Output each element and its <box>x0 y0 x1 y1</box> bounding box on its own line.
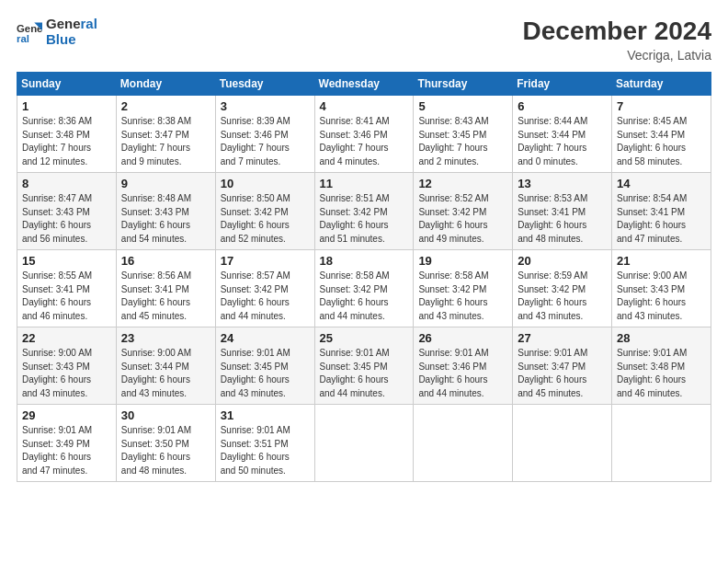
day-number: 18 <box>320 254 409 268</box>
day-number: 25 <box>320 331 409 345</box>
calendar-cell: 19Sunrise: 8:58 AM Sunset: 3:42 PM Dayli… <box>414 250 513 327</box>
day-number: 3 <box>221 99 310 113</box>
logo-text: GeneralBlue <box>46 17 97 47</box>
calendar-cell: 14Sunrise: 8:54 AM Sunset: 3:41 PM Dayli… <box>612 173 711 250</box>
day-number: 5 <box>418 99 507 113</box>
svg-text:ral: ral <box>17 32 29 43</box>
calendar-cell: 20Sunrise: 8:59 AM Sunset: 3:42 PM Dayli… <box>513 250 612 327</box>
day-info: Sunrise: 8:47 AM Sunset: 3:43 PM Dayligh… <box>22 192 111 246</box>
calendar-cell: 17Sunrise: 8:57 AM Sunset: 3:42 PM Dayli… <box>215 250 314 327</box>
day-number: 1 <box>22 99 111 113</box>
day-number: 2 <box>121 99 210 113</box>
calendar-cell: 7Sunrise: 8:45 AM Sunset: 3:44 PM Daylig… <box>612 96 711 173</box>
header-tuesday: Tuesday <box>215 73 314 96</box>
header-thursday: Thursday <box>414 73 513 96</box>
header-wednesday: Wednesday <box>314 73 414 96</box>
day-info: Sunrise: 9:01 AM Sunset: 3:50 PM Dayligh… <box>121 424 210 477</box>
day-number: 14 <box>617 177 706 190</box>
day-number: 24 <box>221 331 310 345</box>
day-info: Sunrise: 9:01 AM Sunset: 3:45 PM Dayligh… <box>320 347 409 400</box>
day-info: Sunrise: 9:00 AM Sunset: 3:43 PM Dayligh… <box>22 347 111 400</box>
day-info: Sunrise: 8:54 AM Sunset: 3:41 PM Dayligh… <box>617 192 706 246</box>
day-info: Sunrise: 9:01 AM Sunset: 3:47 PM Dayligh… <box>518 347 607 400</box>
header-sunday: Sunday <box>17 73 117 96</box>
day-info: Sunrise: 8:50 AM Sunset: 3:42 PM Dayligh… <box>221 192 310 246</box>
header-monday: Monday <box>116 73 215 96</box>
day-info: Sunrise: 8:52 AM Sunset: 3:42 PM Dayligh… <box>418 192 507 246</box>
calendar-cell: 22Sunrise: 9:00 AM Sunset: 3:43 PM Dayli… <box>17 327 117 405</box>
day-info: Sunrise: 8:39 AM Sunset: 3:46 PM Dayligh… <box>221 115 310 168</box>
calendar-cell: 6Sunrise: 8:44 AM Sunset: 3:44 PM Daylig… <box>513 96 612 173</box>
day-info: Sunrise: 8:38 AM Sunset: 3:47 PM Dayligh… <box>121 115 210 168</box>
calendar-cell: 5Sunrise: 8:43 AM Sunset: 3:45 PM Daylig… <box>414 96 513 173</box>
day-info: Sunrise: 8:36 AM Sunset: 3:48 PM Dayligh… <box>22 115 111 168</box>
day-info: Sunrise: 8:56 AM Sunset: 3:41 PM Dayligh… <box>121 270 210 323</box>
logo-icon: Gene ral <box>17 19 42 45</box>
day-number: 17 <box>221 254 310 268</box>
day-number: 6 <box>518 99 607 113</box>
day-info: Sunrise: 9:01 AM Sunset: 3:51 PM Dayligh… <box>221 424 310 477</box>
day-info: Sunrise: 8:44 AM Sunset: 3:44 PM Dayligh… <box>518 115 607 168</box>
calendar-cell: 28Sunrise: 9:01 AM Sunset: 3:48 PM Dayli… <box>612 327 711 405</box>
day-number: 30 <box>121 408 210 422</box>
calendar-cell: 29Sunrise: 9:01 AM Sunset: 3:49 PM Dayli… <box>17 405 117 482</box>
day-number: 27 <box>518 331 607 345</box>
day-info: Sunrise: 9:01 AM Sunset: 3:49 PM Dayligh… <box>22 424 111 477</box>
day-number: 26 <box>418 331 507 345</box>
day-number: 22 <box>22 331 111 345</box>
title-block: December 2024 Vecriga, Latvia <box>523 17 711 63</box>
calendar-cell <box>314 405 414 482</box>
calendar-cell: 13Sunrise: 8:53 AM Sunset: 3:41 PM Dayli… <box>513 173 612 250</box>
calendar-cell: 15Sunrise: 8:55 AM Sunset: 3:41 PM Dayli… <box>17 250 117 327</box>
day-number: 12 <box>418 177 507 190</box>
day-info: Sunrise: 9:00 AM Sunset: 3:43 PM Dayligh… <box>617 270 706 323</box>
day-number: 15 <box>22 254 111 268</box>
calendar-week-row: 22Sunrise: 9:00 AM Sunset: 3:43 PM Dayli… <box>17 327 711 405</box>
calendar-cell <box>513 405 612 482</box>
day-info: Sunrise: 8:58 AM Sunset: 3:42 PM Dayligh… <box>320 270 409 323</box>
day-number: 13 <box>518 177 607 190</box>
calendar-table: Sunday Monday Tuesday Wednesday Thursday… <box>17 72 711 482</box>
calendar-cell <box>612 405 711 482</box>
calendar-cell: 25Sunrise: 9:01 AM Sunset: 3:45 PM Dayli… <box>314 327 414 405</box>
day-info: Sunrise: 8:53 AM Sunset: 3:41 PM Dayligh… <box>518 192 607 246</box>
calendar-cell: 26Sunrise: 9:01 AM Sunset: 3:46 PM Dayli… <box>414 327 513 405</box>
day-number: 20 <box>518 254 607 268</box>
day-info: Sunrise: 8:57 AM Sunset: 3:42 PM Dayligh… <box>221 270 310 323</box>
calendar-cell: 12Sunrise: 8:52 AM Sunset: 3:42 PM Dayli… <box>414 173 513 250</box>
day-info: Sunrise: 8:48 AM Sunset: 3:43 PM Dayligh… <box>121 192 210 246</box>
calendar-cell: 23Sunrise: 9:00 AM Sunset: 3:44 PM Dayli… <box>116 327 215 405</box>
calendar-cell: 2Sunrise: 8:38 AM Sunset: 3:47 PM Daylig… <box>116 96 215 173</box>
day-number: 11 <box>320 177 409 190</box>
day-info: Sunrise: 8:43 AM Sunset: 3:45 PM Dayligh… <box>418 115 507 168</box>
calendar-week-row: 29Sunrise: 9:01 AM Sunset: 3:49 PM Dayli… <box>17 405 711 482</box>
calendar-cell: 3Sunrise: 8:39 AM Sunset: 3:46 PM Daylig… <box>215 96 314 173</box>
calendar-cell: 8Sunrise: 8:47 AM Sunset: 3:43 PM Daylig… <box>17 173 117 250</box>
day-number: 8 <box>22 177 111 190</box>
calendar-cell: 21Sunrise: 9:00 AM Sunset: 3:43 PM Dayli… <box>612 250 711 327</box>
day-number: 21 <box>617 254 706 268</box>
calendar-cell <box>414 405 513 482</box>
calendar-header-row: Sunday Monday Tuesday Wednesday Thursday… <box>17 73 711 96</box>
calendar-cell: 30Sunrise: 9:01 AM Sunset: 3:50 PM Dayli… <box>116 405 215 482</box>
day-info: Sunrise: 8:59 AM Sunset: 3:42 PM Dayligh… <box>518 270 607 323</box>
logo: Gene ral GeneralBlue <box>17 17 97 47</box>
day-number: 23 <box>121 331 210 345</box>
calendar-week-row: 8Sunrise: 8:47 AM Sunset: 3:43 PM Daylig… <box>17 173 711 250</box>
day-number: 19 <box>418 254 507 268</box>
day-number: 28 <box>617 331 706 345</box>
calendar-cell: 10Sunrise: 8:50 AM Sunset: 3:42 PM Dayli… <box>215 173 314 250</box>
calendar-cell: 18Sunrise: 8:58 AM Sunset: 3:42 PM Dayli… <box>314 250 414 327</box>
day-number: 16 <box>121 254 210 268</box>
calendar-cell: 11Sunrise: 8:51 AM Sunset: 3:42 PM Dayli… <box>314 173 414 250</box>
day-number: 7 <box>617 99 706 113</box>
day-info: Sunrise: 8:51 AM Sunset: 3:42 PM Dayligh… <box>320 192 409 246</box>
day-info: Sunrise: 9:01 AM Sunset: 3:46 PM Dayligh… <box>418 347 507 400</box>
calendar-cell: 16Sunrise: 8:56 AM Sunset: 3:41 PM Dayli… <box>116 250 215 327</box>
calendar-cell: 9Sunrise: 8:48 AM Sunset: 3:43 PM Daylig… <box>116 173 215 250</box>
calendar-cell: 1Sunrise: 8:36 AM Sunset: 3:48 PM Daylig… <box>17 96 117 173</box>
day-info: Sunrise: 9:00 AM Sunset: 3:44 PM Dayligh… <box>121 347 210 400</box>
day-number: 29 <box>22 408 111 422</box>
header-saturday: Saturday <box>612 73 711 96</box>
calendar-cell: 27Sunrise: 9:01 AM Sunset: 3:47 PM Dayli… <box>513 327 612 405</box>
